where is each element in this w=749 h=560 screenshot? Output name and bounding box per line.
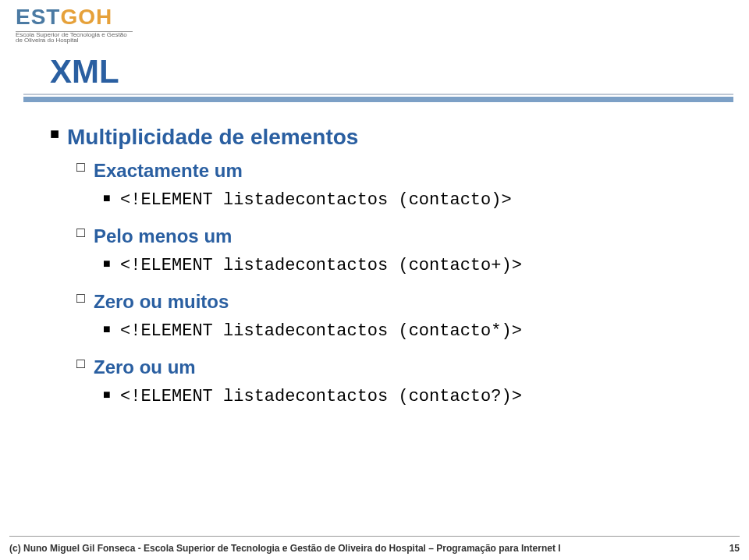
logo: ESTGOH Escola Superior de Tecnologia e G… [16,5,133,44]
logo-text-est: EST [16,5,60,29]
bullet-l2-text: Pelo menos um [94,224,232,248]
footer-page-number: 15 [729,543,740,554]
bullet-icon: □ [76,224,94,242]
bullet-l3-code-1: ■ <!ELEMENT listadecontactos (contacto)> [103,189,718,213]
bullet-icon: ■ [103,189,120,207]
bullet-l2-text: Zero ou muitos [94,289,229,314]
bullet-l2-zero-ou-muitos: □ Zero ou muitos [76,289,718,314]
bullet-l2-text: Zero ou um [94,355,196,379]
bullet-l3-code-3: ■ <!ELEMENT listadecontactos (contacto*)… [103,320,718,344]
code-text: <!ELEMENT listadecontactos (contacto*)> [120,320,522,344]
bullet-l2-text: Exactamente um [94,158,243,183]
title-underline [50,94,718,105]
bullet-icon: □ [76,158,94,176]
title-underline-thick [23,97,733,102]
code-text: <!ELEMENT listadecontactos (contacto)> [120,189,512,213]
bullet-l3-code-4: ■ <!ELEMENT listadecontactos (contacto?)… [103,385,718,409]
slide-page: ESTGOH Escola Superior de Tecnologia e G… [0,0,749,560]
bullet-icon: □ [76,289,94,307]
slide-content: XML ■ Multiplicidade de elementos □ Exac… [0,45,749,409]
bullet-icon: ■ [103,385,120,404]
bullet-l2-exactamente-um: □ Exactamente um [76,158,718,183]
bullet-l3-code-2: ■ <!ELEMENT listadecontactos (contacto+)… [103,254,718,278]
footer-text: (c) Nuno Miguel Gil Fonseca - Escola Sup… [9,543,561,554]
bullet-l1-text: Multiplicidade de elementos [67,123,358,151]
bullet-icon: □ [76,355,94,373]
bullet-l2-pelo-menos-um: □ Pelo menos um [76,224,718,248]
bullet-l1: ■ Multiplicidade de elementos [50,123,718,151]
bullet-icon: ■ [50,123,67,144]
bullet-l2-zero-ou-um: □ Zero ou um [76,355,718,379]
bullet-icon: ■ [103,320,120,338]
slide-title: XML [50,53,718,90]
title-underline-thin [23,94,733,95]
footer-divider [9,536,740,537]
code-text: <!ELEMENT listadecontactos (contacto+)> [120,254,522,278]
code-text: <!ELEMENT listadecontactos (contacto?)> [120,385,522,409]
bullet-icon: ■ [103,254,120,273]
slide-footer: (c) Nuno Miguel Gil Fonseca - Escola Sup… [9,543,740,554]
logo-text-goh: GOH [60,5,112,29]
slide-header: ESTGOH Escola Superior de Tecnologia e G… [0,0,749,45]
